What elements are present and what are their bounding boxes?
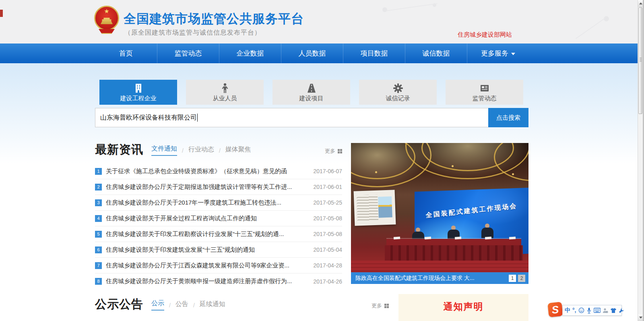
- news-number-badge: 7: [95, 262, 102, 269]
- photo-carousel[interactable]: 全国装配式建筑工作现场会 陈政高在全国装配式建筑工作现场会上要求 大... 1 …: [351, 143, 528, 284]
- nav-item-enterprise-data[interactable]: 企业数据: [219, 43, 281, 63]
- search-button[interactable]: 点击搜索: [488, 108, 528, 127]
- news-date: 2017-06-01: [313, 184, 342, 190]
- punctuation-icon[interactable]: °,: [572, 305, 576, 315]
- notices-tab-publicity[interactable]: 公示: [151, 299, 164, 311]
- emblem-ribbon: [99, 29, 115, 34]
- scrollbar-thumb[interactable]: [638, 7, 642, 114]
- nav-item-project-data[interactable]: 项目数据: [343, 43, 405, 63]
- carousel-page-2[interactable]: 2: [518, 275, 525, 282]
- news-tab-documents[interactable]: 文件通知: [151, 145, 177, 156]
- national-emblem-logo: ★: [94, 6, 120, 36]
- sogou-s: S: [551, 303, 559, 316]
- settings-wrench-icon[interactable]: [619, 308, 624, 313]
- edge-red-marker: [0, 10, 3, 17]
- ime-toolbar: 中 °,: [562, 305, 622, 316]
- chinese-mode-icon[interactable]: 中: [565, 305, 570, 315]
- news-number-badge: 8: [95, 278, 102, 285]
- ceiling-light: [375, 171, 377, 173]
- tab-construction-enterprise[interactable]: 建设工程企业: [99, 80, 177, 105]
- ceiling-ring: [494, 143, 528, 181]
- table-paper: [394, 236, 400, 239]
- news-row[interactable]: 7住房城乡建设部办公厅关于江西众森建筑发展有限公司等9家企业资...2017-0…: [95, 258, 342, 273]
- ceiling-light: [512, 173, 514, 175]
- news-tab-media[interactable]: 媒体聚焦: [225, 145, 251, 156]
- carousel-caption-bar: 陈政高在全国装配式建筑工作现场会上要求 大... 1 2: [351, 272, 528, 284]
- public-notices-section: 公示公告 公示 / 公告 / 延续通知 更多: [95, 296, 389, 313]
- news-number-badge: 4: [95, 215, 102, 222]
- news-date: 2017-05-08: [313, 215, 342, 222]
- news-row[interactable]: 8住房城乡建设部办公厅关于黄崇顺申报一级建造师注册弄虚作假行为...2017-0…: [95, 273, 342, 289]
- table-cloth: [385, 245, 523, 262]
- grid-icon: [338, 149, 342, 153]
- news-date: 2017-04-28: [313, 262, 342, 269]
- user-toolbox-icon[interactable]: [603, 308, 608, 313]
- news-number-badge: 6: [95, 246, 102, 253]
- announcement-text: 通知声明: [444, 300, 484, 313]
- main-nav: 首页 监管动态 企业数据 人员数据 项目数据 诚信数据 更多服务: [0, 43, 638, 63]
- nav-item-more-services[interactable]: 更多服务: [467, 43, 529, 63]
- notices-tab-renewal[interactable]: 延续通知: [200, 300, 225, 311]
- road-icon: [307, 83, 316, 94]
- microphone-icon[interactable]: [586, 307, 592, 314]
- stage-carpet: [351, 261, 528, 272]
- tab-integrity-records[interactable]: 诚信记录: [359, 80, 437, 105]
- news-date: 2017-06-07: [313, 168, 342, 174]
- nav-item-home[interactable]: 首页: [95, 43, 157, 63]
- projection-screen: [354, 190, 396, 226]
- table-paper: [455, 236, 461, 239]
- tab-label: 建设工程企业: [120, 95, 157, 102]
- ministry-website-link[interactable]: 住房城乡建设部网站: [458, 31, 512, 39]
- carousel-caption-link[interactable]: 陈政高在全国装配式建筑工作现场会上要求 大...: [355, 275, 509, 282]
- nav-more-label: 更多服务: [481, 50, 508, 57]
- news-row[interactable]: 1关于征求《施工总承包企业特级资质标准》（征求意见稿）意见的函2017-06-0…: [95, 164, 342, 179]
- tab-practitioners[interactable]: 从业人员: [186, 80, 264, 105]
- news-row[interactable]: 6住房城乡建设部关于印发建筑业发展“十三五”规划的通知2017-05-04: [95, 242, 342, 258]
- nav-item-supervision-news[interactable]: 监管动态: [157, 43, 219, 63]
- tab-label: 从业人员: [213, 95, 237, 102]
- nav-item-integrity-data[interactable]: 诚信数据: [405, 43, 467, 63]
- decor-dot: [382, 7, 387, 12]
- site-title: 全国建筑市场监管公共服务平台: [124, 10, 304, 27]
- latest-news-section: 最新资讯 文件通知 / 行业动态 / 媒体聚焦 更多 1关于征求《施工总承包企业…: [95, 142, 342, 289]
- tab-separator: /: [219, 147, 221, 156]
- news-row[interactable]: 3住房城乡建设部办公厅关于2017年一季度建筑工程施工转包违法...2017-0…: [95, 195, 342, 211]
- news-date: 2017-04-26: [313, 278, 342, 285]
- gear-icon: [393, 83, 403, 94]
- news-section-title: 最新资讯: [95, 142, 143, 158]
- news-row[interactable]: 4住房城乡建设部关于开展全过程工程咨询试点工作的通知2017-05-08: [95, 211, 342, 226]
- news-list: 1关于征求《施工总承包企业特级资质标准》（征求意见稿）意见的函2017-06-0…: [95, 164, 342, 289]
- carousel-page-1[interactable]: 1: [509, 275, 516, 282]
- emblem-stars: ★: [94, 8, 120, 14]
- decor-line: [386, 3, 438, 11]
- table-paper: [509, 236, 516, 239]
- grid-icon: [384, 304, 389, 308]
- sogou-ime-logo[interactable]: S: [547, 302, 563, 317]
- notices-tab-announcement[interactable]: 公告: [175, 300, 188, 311]
- news-tab-industry[interactable]: 行业动态: [188, 145, 214, 156]
- news-link: 关于征求《施工总承包企业特级资质标准》（征求意见稿）意见的函: [106, 168, 308, 175]
- browser-scrollbar[interactable]: [638, 0, 643, 321]
- news-number-badge: 5: [95, 231, 102, 238]
- tab-construction-projects[interactable]: 建设项目: [272, 80, 350, 105]
- nav-item-personnel-data[interactable]: 人员数据: [281, 43, 343, 63]
- ceiling-light: [452, 165, 454, 167]
- emoji-icon[interactable]: [578, 307, 584, 313]
- keyboard-icon[interactable]: [594, 308, 601, 313]
- search-input[interactable]: 山东海普欧环保设备科技有限公司: [95, 108, 488, 127]
- search-row: 山东海普欧环保设备科技有限公司 点击搜索: [95, 108, 528, 127]
- table-paper: [485, 236, 491, 239]
- tab-supervision-news[interactable]: 监管动态: [446, 80, 523, 105]
- news-more-link[interactable]: 更多: [325, 147, 342, 158]
- announcement-box[interactable]: 通知声明: [398, 294, 528, 321]
- tab-label: 诚信记录: [386, 95, 410, 102]
- notices-more-link[interactable]: 更多: [372, 302, 389, 313]
- decor-line: [576, 17, 606, 39]
- news-link: 住房城乡建设部办公厅关于定期报送加强建筑设计管理等有关工作进...: [106, 183, 308, 191]
- news-row[interactable]: 2住房城乡建设部办公厅关于定期报送加强建筑设计管理等有关工作进...2017-0…: [95, 179, 342, 195]
- skin-shirt-icon[interactable]: [610, 308, 617, 313]
- carousel-photo: 全国装配式建筑工作现场会: [351, 143, 528, 272]
- scrollbar-grip: [640, 58, 642, 62]
- news-row[interactable]: 5住房城乡建设部关于印发工程勘察设计行业发展“十三五”规划的通...2017-0…: [95, 226, 342, 242]
- search-category-tabs: 建设工程企业 从业人员 建设项目 诚信记录 监管动态: [99, 80, 523, 105]
